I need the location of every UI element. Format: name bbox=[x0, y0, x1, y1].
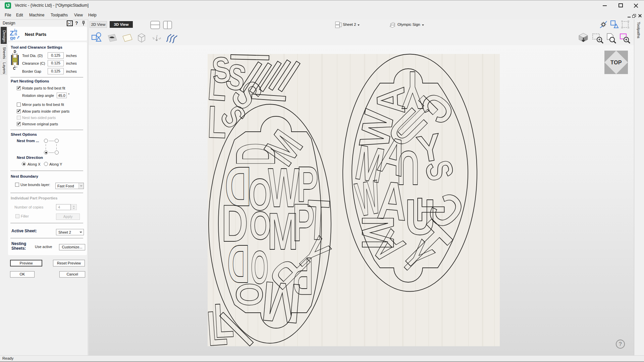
svg-text:TOP: TOP bbox=[610, 60, 622, 65]
svg-text:C: C bbox=[13, 67, 15, 70]
svg-text:z: z bbox=[156, 34, 158, 37]
svg-text:ge: ge bbox=[10, 35, 16, 40]
svg-text:D: D bbox=[14, 50, 16, 54]
svg-text:M: M bbox=[259, 269, 304, 336]
svg-text:L: L bbox=[205, 300, 229, 355]
svg-text:L: L bbox=[207, 96, 227, 148]
